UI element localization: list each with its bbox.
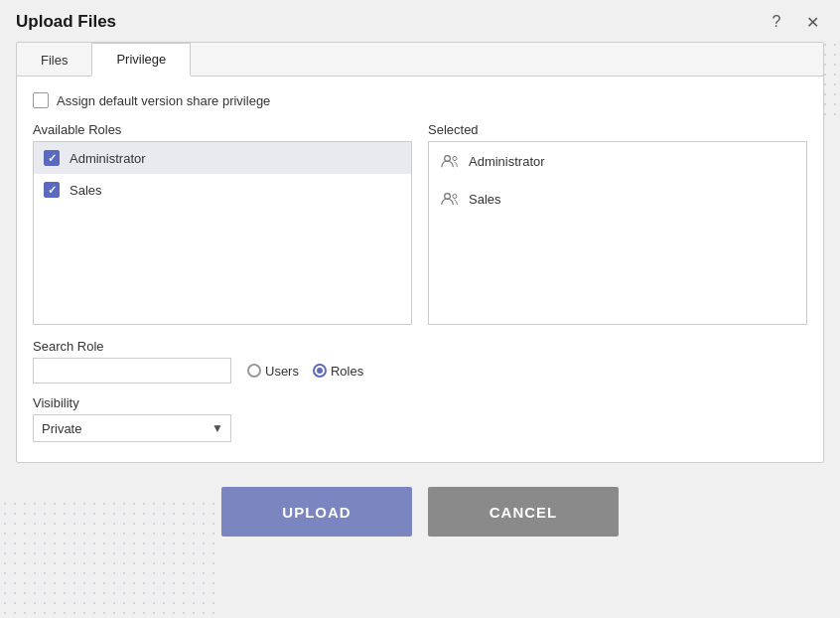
visibility-select[interactable]: Private Public Shared (33, 414, 231, 442)
close-icon: ✕ (806, 13, 819, 32)
dialog-title: Upload Files (16, 12, 116, 32)
assign-checkbox-label: Assign default version share privilege (57, 93, 270, 108)
selected-item-sales: Sales (429, 180, 806, 218)
radio-users-label: Users (265, 364, 299, 379)
title-icons: ? ✕ (765, 10, 824, 34)
assign-checkbox-row: Assign default version share privilege (33, 92, 807, 108)
dialog-title-bar: Upload Files ? ✕ (0, 0, 840, 42)
search-role-input[interactable] (33, 358, 231, 384)
dialog-footer: UPLOAD CANCEL (0, 471, 840, 548)
available-roles-label: Available Roles (33, 122, 412, 137)
roles-list-box[interactable]: Administrator Sales (33, 141, 412, 325)
assign-checkbox[interactable] (33, 92, 49, 108)
tabs-container: Files Privilege (17, 43, 823, 77)
help-button[interactable]: ? (765, 10, 788, 34)
visibility-label: Visibility (33, 395, 807, 410)
dialog-content: Assign default version share privilege A… (17, 77, 823, 462)
selected-administrator-label: Administrator (469, 154, 545, 169)
selected-item-administrator: Administrator (429, 142, 806, 180)
search-row: Users Roles (33, 358, 807, 384)
close-button[interactable]: ✕ (800, 10, 824, 34)
help-icon: ? (772, 13, 781, 31)
two-col-section: Available Roles Administrator Sales (33, 122, 807, 325)
visibility-select-wrapper: Private Public Shared ▼ (33, 414, 231, 442)
selected-box: Administrator (428, 141, 807, 325)
dialog-body: Files Privilege Assign default version s… (16, 42, 824, 463)
radio-users-option[interactable]: Users (247, 364, 299, 379)
radio-roles-label: Roles (331, 364, 363, 379)
selected-label: Selected (428, 122, 807, 137)
upload-button[interactable]: UPLOAD (221, 487, 412, 537)
sales-checkbox[interactable] (44, 182, 60, 198)
sales-label: Sales (70, 183, 102, 198)
selected-sales-label: Sales (469, 192, 501, 207)
role-item-sales[interactable]: Sales (34, 174, 411, 206)
people-icon-sales (441, 190, 459, 208)
visibility-section: Visibility Private Public Shared ▼ (33, 395, 807, 442)
selected-col: Selected (428, 122, 807, 325)
radio-group: Users Roles (247, 364, 363, 379)
search-role-section: Search Role Users Roles (33, 339, 807, 384)
available-roles-col: Available Roles Administrator Sales (33, 122, 412, 325)
administrator-label: Administrator (70, 151, 146, 166)
svg-point-3 (453, 195, 457, 199)
cancel-button[interactable]: CANCEL (428, 487, 619, 537)
people-icon-administrator (441, 152, 459, 170)
radio-roles-option[interactable]: Roles (313, 364, 363, 379)
administrator-checkbox[interactable] (44, 150, 60, 166)
dialog-wrapper: Upload Files ? ✕ Files Privilege As (0, 0, 840, 618)
svg-point-1 (453, 157, 457, 161)
search-role-label: Search Role (33, 339, 807, 354)
role-item-administrator[interactable]: Administrator (34, 142, 411, 174)
tab-privilege[interactable]: Privilege (91, 43, 191, 77)
tab-files[interactable]: Files (17, 43, 91, 77)
radio-roles-button[interactable] (313, 364, 327, 378)
radio-users-button[interactable] (247, 364, 261, 378)
